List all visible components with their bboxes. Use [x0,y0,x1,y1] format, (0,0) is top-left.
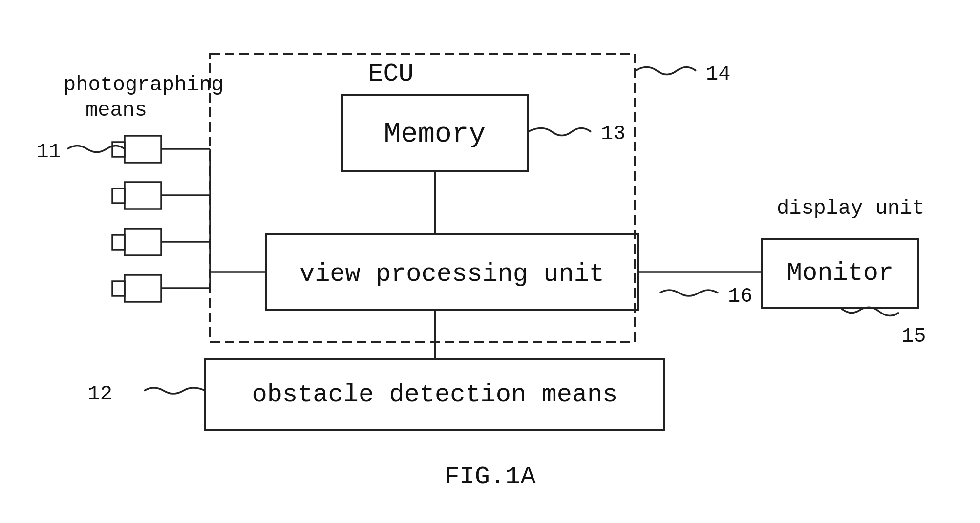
camera2-body [125,182,161,209]
display-unit-label: display unit [777,197,924,220]
camera4-body [125,275,161,302]
ref12-wave [144,388,205,394]
camera1-lens [112,142,125,157]
photographing-label: photographing [64,73,224,97]
monitor-label: Monitor [787,259,894,288]
ref14-wave [635,67,696,75]
camera3-body [125,229,161,255]
camera1-body [125,136,161,163]
photographing-label2: means [85,99,147,122]
ref16-label: 16 [728,285,752,308]
obstacle-label: obstacle detection means [252,380,618,409]
ref16-wave [660,290,718,296]
camera3-lens [112,235,125,250]
diagram-container: ECU Memory 13 view processing unit obsta… [0,0,980,523]
ref11-label: 11 [37,140,61,164]
memory-label: Memory [384,118,486,150]
ecu-border [210,54,635,342]
ref13-label: 13 [601,122,625,146]
ecu-label: ECU [368,60,414,88]
ref11-wave [67,146,125,152]
figure-label: FIG.1A [444,462,536,491]
ref13-wave [528,128,591,136]
camera2-lens [112,188,125,203]
ref14-label: 14 [706,63,730,86]
camera4-lens [112,281,125,296]
ref12-label: 12 [88,382,112,406]
ref15-label: 15 [901,325,926,348]
vpu-label: view processing unit [299,260,604,289]
